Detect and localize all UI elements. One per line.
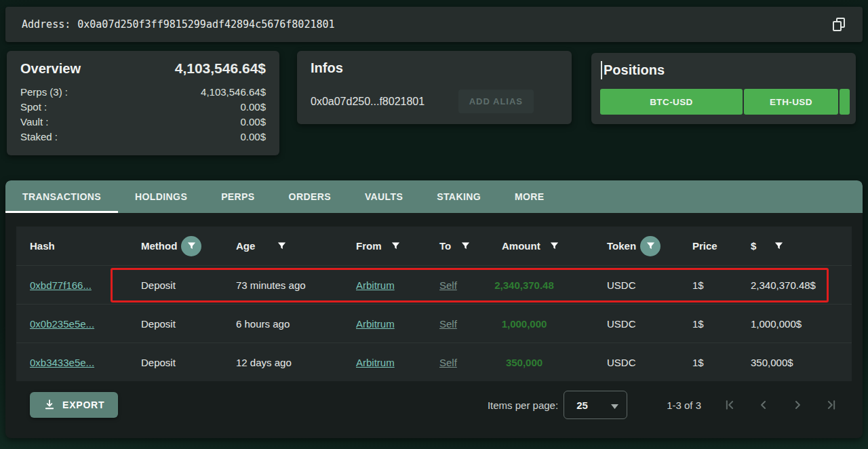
copy-icon bbox=[831, 16, 847, 33]
export-button[interactable]: EXPORT bbox=[30, 392, 118, 418]
cell-method: Deposit bbox=[141, 279, 236, 291]
filter-icon-method[interactable] bbox=[181, 236, 201, 256]
from-link[interactable]: Arbitrum bbox=[356, 357, 395, 368]
cell-usd: 1,000,000$ bbox=[751, 318, 838, 330]
first-page-icon bbox=[723, 398, 736, 412]
infos-card: Infos 0x0a07d250...f8021801 ADD ALIAS bbox=[297, 51, 572, 124]
tab-transactions[interactable]: TRANSACTIONS bbox=[5, 180, 118, 213]
overview-stat-vault: Vault : 0.00$ bbox=[20, 115, 266, 130]
tab-perps[interactable]: PERPS bbox=[204, 180, 271, 213]
cell-price: 1$ bbox=[692, 279, 751, 291]
next-page-button[interactable] bbox=[791, 398, 804, 412]
stat-label: Perps (3) : bbox=[20, 85, 68, 100]
col-header-price: Price bbox=[692, 240, 751, 252]
transactions-table: Hash Method Age From To bbox=[16, 227, 852, 381]
filter-icon-from[interactable] bbox=[386, 236, 406, 256]
table-row: 0xbd77f166... Deposit 73 minutes ago Arb… bbox=[16, 265, 852, 304]
cell-token: USDC bbox=[607, 279, 692, 291]
tab-holdings[interactable]: HOLDINGS bbox=[118, 180, 204, 213]
position-button-btc-usd[interactable]: BTC-USD bbox=[600, 89, 743, 115]
chevron-down-icon bbox=[611, 399, 618, 411]
infos-title: Infos bbox=[311, 60, 558, 76]
overview-total-value: 4,103,546.64$ bbox=[175, 60, 266, 77]
stat-value: 4,103,546.64$ bbox=[201, 85, 266, 100]
cell-age: 12 days ago bbox=[236, 357, 356, 368]
export-label: EXPORT bbox=[62, 399, 104, 410]
tab-more[interactable]: MORE bbox=[498, 180, 561, 213]
col-header-age: Age bbox=[236, 236, 356, 256]
cell-age: 73 minutes ago bbox=[236, 279, 356, 291]
cell-amount: 350,000 bbox=[491, 357, 607, 368]
page-range-label: 1-3 of 3 bbox=[667, 399, 701, 411]
to-link[interactable]: Self bbox=[439, 318, 457, 330]
position-button-partial[interactable] bbox=[840, 89, 850, 115]
copy-address-button[interactable] bbox=[827, 13, 850, 36]
to-link[interactable]: Self bbox=[439, 357, 457, 368]
stat-label: Spot : bbox=[20, 100, 47, 115]
stat-label: Staked : bbox=[20, 130, 58, 144]
overview-stat-spot: Spot : 0.00$ bbox=[20, 100, 266, 115]
stat-value: 0.00$ bbox=[240, 115, 266, 130]
col-header-to: To bbox=[439, 236, 491, 256]
from-link[interactable]: Arbitrum bbox=[356, 318, 395, 330]
previous-page-button[interactable] bbox=[757, 398, 770, 412]
last-page-icon bbox=[825, 398, 838, 412]
pagination-controls: Items per page: 25 1-3 of 3 bbox=[488, 391, 838, 419]
cell-age: 6 hours ago bbox=[236, 318, 356, 330]
tab-bar: TRANSACTIONS HOLDINGS PERPS ORDERS VAULT… bbox=[5, 180, 863, 213]
table-row: 0xb3433e5e... Deposit 12 days ago Arbitr… bbox=[16, 343, 852, 381]
tab-vaults[interactable]: VAULTS bbox=[348, 180, 420, 213]
items-per-page-value: 25 bbox=[576, 399, 588, 411]
stat-value: 0.00$ bbox=[240, 130, 266, 144]
col-header-from: From bbox=[356, 236, 439, 256]
summary-cards-row: Overview 4,103,546.64$ Perps (3) : 4,103… bbox=[7, 51, 861, 155]
position-button-eth-usd[interactable]: ETH-USD bbox=[744, 89, 838, 115]
overview-card: Overview 4,103,546.64$ Perps (3) : 4,103… bbox=[7, 51, 279, 155]
cell-token: USDC bbox=[607, 318, 692, 330]
filter-icon-amount[interactable] bbox=[545, 236, 565, 256]
cell-method: Deposit bbox=[141, 318, 236, 330]
last-page-button[interactable] bbox=[825, 398, 838, 412]
cell-price: 1$ bbox=[692, 357, 751, 368]
add-alias-button[interactable]: ADD ALIAS bbox=[458, 90, 534, 113]
cell-token: USDC bbox=[607, 357, 692, 368]
cell-usd: 2,340,370.48$ bbox=[751, 279, 838, 291]
stat-label: Vault : bbox=[20, 115, 48, 130]
filter-icon-age[interactable] bbox=[271, 236, 292, 256]
cell-price: 1$ bbox=[692, 318, 751, 330]
stat-value: 0.00$ bbox=[240, 100, 266, 115]
cell-method: Deposit bbox=[141, 357, 236, 368]
col-header-method: Method bbox=[141, 236, 236, 256]
text-cursor bbox=[601, 61, 602, 79]
tx-hash-link[interactable]: 0xb3433e5e... bbox=[30, 357, 94, 368]
positions-title: Positions bbox=[604, 62, 665, 78]
filter-icon-to[interactable] bbox=[455, 236, 475, 256]
to-link[interactable]: Self bbox=[439, 279, 457, 291]
filter-icon-usd[interactable] bbox=[768, 236, 789, 256]
table-header-row: Hash Method Age From To bbox=[16, 227, 852, 265]
tx-hash-link[interactable]: 0x0b235e5e... bbox=[30, 318, 94, 330]
address-bar: Address: 0x0a07d250f3ff9815299adf42894c5… bbox=[5, 7, 863, 42]
cell-usd: 350,000$ bbox=[751, 357, 838, 368]
col-header-token: Token bbox=[607, 236, 692, 256]
tx-hash-link[interactable]: 0xbd77f166... bbox=[30, 279, 92, 291]
table-row: 0x0b235e5e... Deposit 6 hours ago Arbitr… bbox=[16, 304, 852, 343]
items-per-page-select[interactable]: 25 bbox=[564, 391, 627, 419]
address-label: Address: bbox=[22, 18, 71, 31]
tab-orders[interactable]: ORDERS bbox=[272, 180, 348, 213]
items-per-page-label: Items per page: bbox=[488, 399, 558, 411]
short-address: 0x0a07d250...f8021801 bbox=[311, 96, 425, 108]
overview-stat-staked: Staked : 0.00$ bbox=[20, 130, 266, 144]
overview-stat-perps: Perps (3) : 4,103,546.64$ bbox=[20, 85, 266, 100]
col-header-hash: Hash bbox=[30, 240, 141, 252]
chevron-right-icon bbox=[791, 398, 804, 412]
chevron-left-icon bbox=[757, 398, 770, 412]
filter-icon-token[interactable] bbox=[640, 236, 660, 256]
table-footer: EXPORT Items per page: 25 1-3 of 3 bbox=[30, 391, 838, 419]
from-link[interactable]: Arbitrum bbox=[356, 279, 395, 291]
address-value: 0x0a07d250f3ff9815299adf42894c5676f80218… bbox=[77, 18, 334, 31]
first-page-button[interactable] bbox=[723, 398, 736, 412]
tab-staking[interactable]: STAKING bbox=[420, 180, 498, 213]
col-header-usd: $ bbox=[751, 236, 838, 256]
col-header-amount: Amount bbox=[491, 236, 607, 256]
